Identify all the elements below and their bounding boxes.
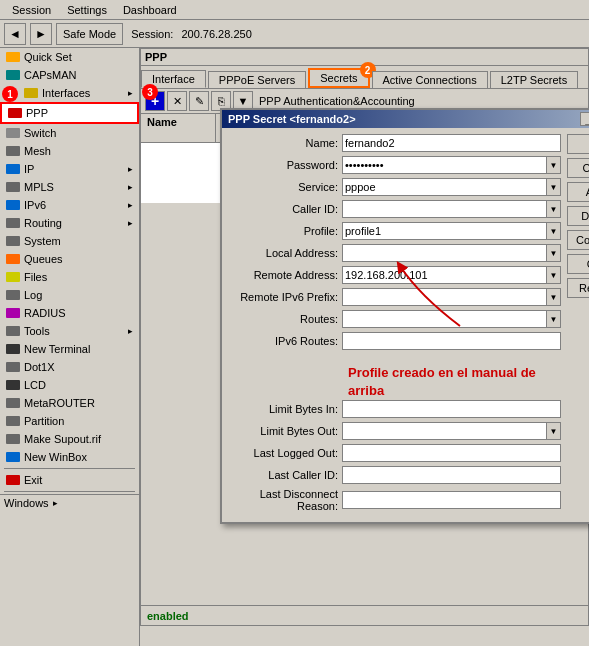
input-localaddress[interactable] [342, 244, 547, 262]
callerid-arrow-btn[interactable]: ▼ [547, 200, 561, 218]
remoteprefixv6-arrow-btn[interactable]: ▼ [547, 288, 561, 306]
sidebar-item-dot1x[interactable]: Dot1X [0, 358, 139, 376]
sidebar-item-system[interactable]: System [0, 232, 139, 250]
sidebar-item-lcd[interactable]: LCD [0, 376, 139, 394]
ipv6-arrow: ▸ [128, 200, 133, 210]
add-button[interactable]: + 3 [145, 91, 165, 111]
dialog-title: PPP Secret <fernando2> [228, 113, 356, 125]
sidebar-item-quickset[interactable]: Quick Set [0, 48, 139, 66]
tab-secrets[interactable]: Secrets 2 [308, 68, 369, 88]
label-ipv6routes: IPv6 Routes: [228, 335, 338, 347]
sidebar-item-ipv6[interactable]: IPv6 ▸ [0, 196, 139, 214]
routing-arrow: ▸ [128, 218, 133, 228]
remove-button-dialog[interactable]: Remove [567, 278, 589, 298]
sidebar-item-mesh[interactable]: Mesh [0, 142, 139, 160]
routing-icon [6, 218, 20, 228]
quickset-icon [6, 52, 20, 62]
safemode-button[interactable]: Safe Mode [56, 23, 123, 45]
sidebar-label-quickset: Quick Set [24, 51, 72, 63]
input-password[interactable] [342, 156, 547, 174]
input-lastdisconnect[interactable] [342, 491, 561, 509]
sidebar-item-makesupout[interactable]: Make Supout.rif [0, 430, 139, 448]
sidebar-item-ip[interactable]: IP ▸ [0, 160, 139, 178]
windows-label: Windows [4, 497, 49, 509]
menu-dashboard[interactable]: Dashboard [115, 2, 185, 18]
radius-icon [6, 308, 20, 318]
copy-button[interactable]: Copy [567, 254, 589, 274]
password-arrow-btn[interactable]: ▼ [547, 156, 561, 174]
sidebar-item-exit[interactable]: Exit [0, 471, 139, 489]
limitbytesout-arrow-btn[interactable]: ▼ [547, 422, 561, 440]
disable-button[interactable]: Disable [567, 206, 589, 226]
sidebar-item-radius[interactable]: RADIUS [0, 304, 139, 322]
input-routes[interactable] [342, 310, 547, 328]
sidebar-label-radius: RADIUS [24, 307, 66, 319]
form-row-name: Name: [228, 134, 561, 152]
sidebar-item-log[interactable]: Log [0, 286, 139, 304]
sidebar-item-metarouter[interactable]: MetaROUTER [0, 394, 139, 412]
label-profile: Profile: [228, 225, 338, 237]
sidebar-label-ppp: PPP [26, 107, 48, 119]
tab-active-connections[interactable]: Active Connections [372, 71, 488, 88]
sidebar-item-routing[interactable]: Routing ▸ [0, 214, 139, 232]
dialog-titlebar: PPP Secret <fernando2> _ □ ✕ [222, 110, 589, 128]
input-name[interactable] [342, 134, 561, 152]
label-localaddress: Local Address: [228, 247, 338, 259]
label-service: Service: [228, 181, 338, 193]
sidebar-label-newterminal: New Terminal [24, 343, 90, 355]
apply-button[interactable]: Apply [567, 182, 589, 202]
sidebar-item-switch[interactable]: Switch [0, 124, 139, 142]
menu-session[interactable]: Session [4, 2, 59, 18]
input-ipv6routes[interactable] [342, 332, 561, 350]
toolbar: ◄ ► Safe Mode Session: 200.76.28.250 [0, 20, 589, 48]
form-row-lastcallerid: Last Caller ID: [228, 466, 561, 484]
sidebar-label-interfaces: Interfaces [42, 87, 90, 99]
input-remoteaddress[interactable] [342, 266, 547, 284]
ppp-icon [8, 108, 22, 118]
sidebar-item-files[interactable]: Files [0, 268, 139, 286]
sidebar-item-mpls[interactable]: MPLS ▸ [0, 178, 139, 196]
sidebar-item-ppp[interactable]: PPP [0, 102, 139, 124]
ok-button[interactable]: OK [567, 134, 589, 154]
input-service[interactable] [342, 178, 547, 196]
cancel-button[interactable]: Cancel [567, 158, 589, 178]
remove-button[interactable]: ✕ [167, 91, 187, 111]
input-callerid[interactable] [342, 200, 547, 218]
remoteaddress-arrow-btn[interactable]: ▼ [547, 266, 561, 284]
ip-arrow: ▸ [128, 164, 133, 174]
input-remoteprefixv6[interactable] [342, 288, 547, 306]
comment-button[interactable]: Comment [567, 230, 589, 250]
sidebar-item-partition[interactable]: Partition [0, 412, 139, 430]
interfaces-arrow: ▸ [128, 88, 133, 98]
dialog-form: Name: Password: ▼ Service: [228, 134, 561, 516]
sidebar-item-newterminal[interactable]: New Terminal [0, 340, 139, 358]
service-arrow-btn[interactable]: ▼ [547, 178, 561, 196]
forward-button[interactable]: ► [30, 23, 52, 45]
input-lastcallerid[interactable] [342, 466, 561, 484]
input-limitbytesin[interactable] [342, 400, 561, 418]
edit-button[interactable]: ✎ [189, 91, 209, 111]
tab-pppoe-servers[interactable]: PPPoE Servers [208, 71, 306, 88]
profile-arrow-btn[interactable]: ▼ [547, 222, 561, 240]
input-limitbytesout[interactable] [342, 422, 547, 440]
sidebar-item-interfaces[interactable]: 1 Interfaces ▸ [0, 84, 139, 102]
back-button[interactable]: ◄ [4, 23, 26, 45]
ppp-secret-dialog: PPP Secret <fernando2> _ □ ✕ Name: Passw… [220, 108, 589, 524]
sidebar-item-capsman[interactable]: CAPsMAN [0, 66, 139, 84]
localaddress-arrow-btn[interactable]: ▼ [547, 244, 561, 262]
sidebar: Quick Set CAPsMAN 1 Interfaces ▸ PPP Swi… [0, 48, 140, 646]
sidebar-item-queues[interactable]: Queues [0, 250, 139, 268]
sidebar-item-newwinbox[interactable]: New WinBox [0, 448, 139, 466]
routes-arrow-btn[interactable]: ▼ [547, 310, 561, 328]
interfaces-badge: 1 [2, 86, 18, 102]
form-row-remoteprefixv6: Remote IPv6 Prefix: ▼ [228, 288, 561, 306]
sidebar-item-tools[interactable]: Tools ▸ [0, 322, 139, 340]
tools-arrow: ▸ [128, 326, 133, 336]
tab-l2tp-secrets[interactable]: L2TP Secrets [490, 71, 578, 88]
add-badge: 3 [142, 84, 158, 100]
action-bar-label: PPP Authentication&Accounting [259, 95, 415, 107]
input-profile[interactable] [342, 222, 547, 240]
menu-settings[interactable]: Settings [59, 2, 115, 18]
input-lastloggedout[interactable] [342, 444, 561, 462]
dialog-minimize-button[interactable]: _ [580, 112, 589, 126]
